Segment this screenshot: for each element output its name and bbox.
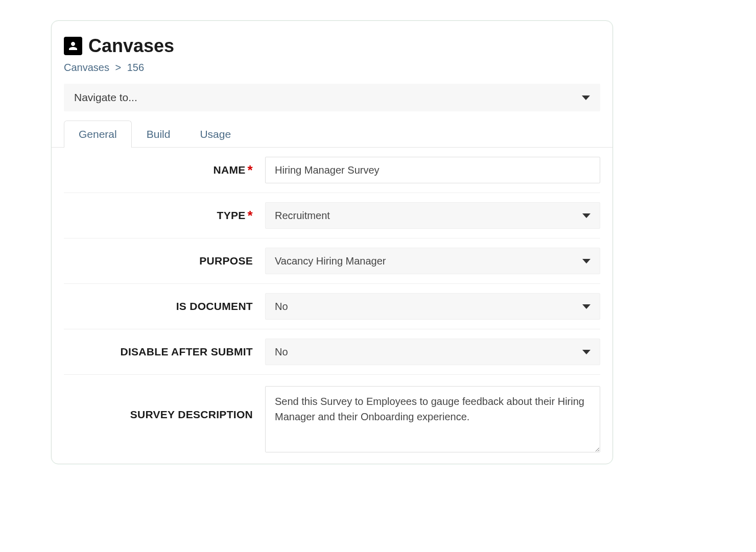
breadcrumb-root-link[interactable]: Canvases (64, 62, 109, 73)
survey-description-textarea[interactable] (265, 386, 600, 452)
label-disable-after-submit: DISABLE AFTER SUBMIT (64, 346, 253, 358)
control-type: Recruitment (265, 202, 600, 229)
form-area: NAME * TYPE * Recruitment PURPOSE (52, 148, 612, 464)
control-name (265, 157, 600, 183)
breadcrumb-sep: > (112, 62, 125, 73)
label-survey-description: SURVEY DESCRIPTION (64, 386, 253, 421)
control-is-document: No (265, 293, 600, 320)
control-disable-after-submit: No (265, 339, 600, 365)
chevron-down-icon (582, 350, 590, 354)
chevron-down-icon (582, 304, 590, 309)
canvas-card: Canvases Canvases > 156 Navigate to... G… (51, 20, 613, 464)
label-survey-description-text: SURVEY DESCRIPTION (130, 409, 253, 421)
purpose-select[interactable]: Vacancy Hiring Manager (265, 248, 600, 274)
tab-usage[interactable]: Usage (185, 121, 246, 148)
row-type: TYPE * Recruitment (64, 193, 600, 238)
card-header: Canvases (52, 35, 612, 57)
type-select[interactable]: Recruitment (265, 202, 600, 229)
row-purpose: PURPOSE Vacancy Hiring Manager (64, 238, 600, 284)
label-type-text: TYPE (217, 209, 246, 222)
canvas-icon (64, 37, 82, 55)
chevron-down-icon (582, 213, 590, 218)
disable-after-submit-select[interactable]: No (265, 339, 600, 365)
purpose-select-value: Vacancy Hiring Manager (275, 255, 386, 267)
navigate-select[interactable]: Navigate to... (64, 84, 600, 111)
row-survey-description: SURVEY DESCRIPTION (64, 375, 600, 464)
chevron-down-icon (582, 259, 590, 263)
label-is-document: IS DOCUMENT (64, 300, 253, 313)
breadcrumb: Canvases > 156 (52, 57, 612, 81)
chevron-down-icon (582, 95, 590, 100)
label-purpose-text: PURPOSE (199, 255, 253, 267)
label-is-document-text: IS DOCUMENT (176, 300, 253, 313)
control-survey-description (265, 386, 600, 454)
name-input[interactable] (265, 157, 600, 183)
row-name: NAME * (64, 148, 600, 193)
tab-general[interactable]: General (64, 121, 132, 148)
required-mark: * (248, 209, 253, 222)
breadcrumb-id-link[interactable]: 156 (127, 62, 144, 73)
page-title: Canvases (88, 35, 174, 57)
label-name: NAME * (64, 163, 253, 177)
label-name-text: NAME (214, 164, 246, 176)
row-disable-after-submit: DISABLE AFTER SUBMIT No (64, 329, 600, 375)
is-document-select-value: No (275, 301, 288, 313)
navigate-select-label: Navigate to... (74, 91, 137, 104)
disable-after-submit-select-value: No (275, 346, 288, 358)
tabs: General Build Usage (52, 111, 612, 148)
is-document-select[interactable]: No (265, 293, 600, 320)
label-disable-after-submit-text: DISABLE AFTER SUBMIT (120, 346, 253, 358)
required-mark: * (248, 163, 253, 177)
control-purpose: Vacancy Hiring Manager (265, 248, 600, 274)
label-purpose: PURPOSE (64, 255, 253, 267)
label-type: TYPE * (64, 209, 253, 222)
tab-build[interactable]: Build (132, 121, 185, 148)
type-select-value: Recruitment (275, 210, 330, 222)
row-is-document: IS DOCUMENT No (64, 284, 600, 329)
